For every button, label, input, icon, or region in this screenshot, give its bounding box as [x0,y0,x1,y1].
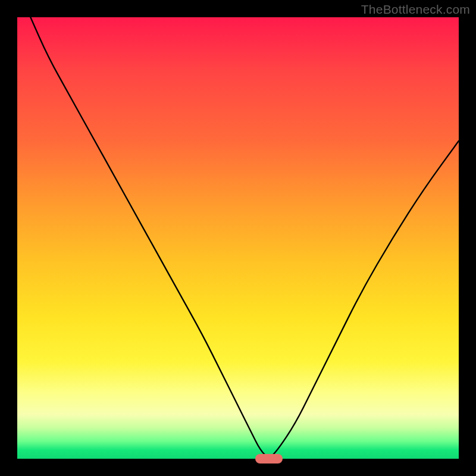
chart-frame: TheBottleneck.com [0,0,476,476]
plot-area [17,17,459,459]
bottleneck-curve [17,17,459,459]
watermark-text: TheBottleneck.com [361,2,470,17]
optimal-marker [255,454,283,464]
